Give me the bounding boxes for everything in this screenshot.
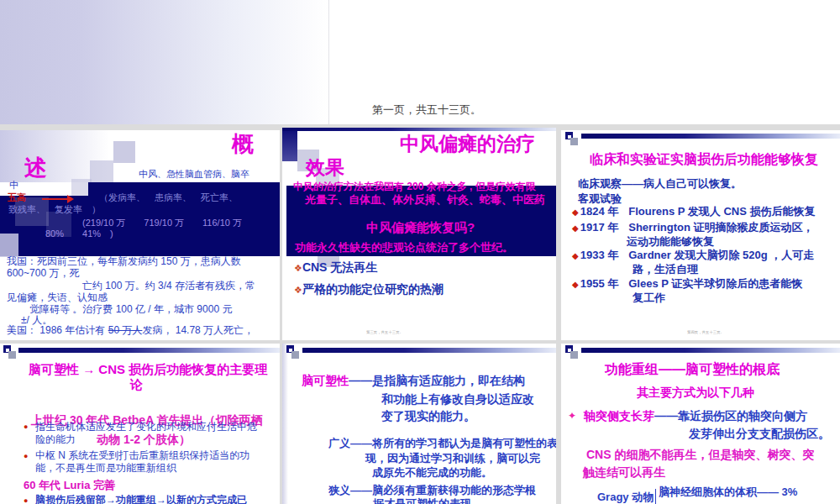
slide2-bullet-2: ❖严格的功能定位研究的热潮 [294, 282, 444, 296]
cluster-square-decoration [570, 351, 578, 359]
top-gradient-bar [282, 128, 556, 131]
slide-thumbnail-4[interactable]: 脑可塑性 → CNS 损伤后功能恢复的主要理 论 上世纪 30 年代 Betbe… [0, 344, 280, 504]
slide2-therapies: 光量子、自体血、体外反搏、针灸、蛇毒、中医药 [305, 194, 545, 207]
left-gradient-strip [282, 344, 288, 504]
slide3-line1: 临床观察——病人自己可以恢复。 [578, 178, 742, 191]
slide4-title-line1: 脑可塑性 → CNS 损伤后功能恢复的主要理 [29, 362, 267, 376]
slide-thumbnail-6[interactable]: 功能重组——脑可塑性的根底 其主要方式为以下几种 ✦ 轴突侧支长芽——靠近损伤区… [561, 344, 840, 504]
dot-bullet-icon: ● [24, 452, 28, 460]
stair-square-decoration [0, 234, 18, 257]
stair-square-decoration [90, 160, 113, 184]
slide6-p2-line2: 触连结可以再生 [583, 465, 665, 479]
top-gradient-bar [581, 134, 840, 139]
item-text: Gardner 发现大脑切除 520g ，人可走 [628, 249, 814, 261]
slide3-item-cont: 路，生活自理 [633, 264, 698, 276]
slide1-body-line: 600~700 万，死 [7, 268, 79, 280]
cluster-square-decoration [8, 351, 16, 359]
slide1-subtitle-wrap: 中 [9, 180, 18, 191]
diamond-bullet-icon: ❖ [294, 263, 302, 273]
slide4-bullet1-line2: 险的能力 [35, 434, 76, 446]
top-gradient-bar [581, 348, 840, 353]
slide3-title: 临床和实验证实脑损伤后功能能够恢复 [590, 152, 818, 167]
slide1-rates-line1: （发病率、 患病率、 死亡率、 [99, 192, 238, 203]
slide2-footer: 第三页，共五十三页。 [366, 330, 403, 335]
slide5-p3-line2: 据才是可塑性的表现 [373, 498, 471, 504]
b1-rest: ——靠近损伤区的轴突向侧方 [654, 409, 807, 423]
red-arrow-icon [42, 198, 67, 200]
slide-thumbnail-3[interactable]: 临床和实验证实脑损伤后功能能够恢复 临床观察——病人自己可以恢复。 客观试验 ◆… [561, 130, 840, 340]
p1-rest: ——是指脑有适应能力，即在结构 [349, 374, 525, 387]
page-caption: 第一页，共五十三页。 [372, 102, 481, 118]
slide4-bullet2-line2: 能，不是再生而是功能重新组织 [35, 463, 176, 475]
usa-text-struck: 50 万人 [108, 324, 143, 336]
slide1-body-line: 亡约 100 万。约 3/4 存活者有残疾，常 [82, 281, 255, 292]
diamond-bullet-icon: ◆ [572, 251, 579, 260]
p1-head: 脑可塑性 [302, 374, 349, 387]
item-year: 1917 年 [580, 221, 619, 234]
item-year: 1933 年 [580, 249, 619, 261]
slide1-body-line: 觉障碍等 。治疗费 100 亿 / 年，城市 9000 元 [29, 304, 232, 316]
slide5-p1-line2: 和功能上有修改自身以适应改 [381, 392, 534, 406]
slide1-five-high-label: 五高 [8, 192, 26, 203]
slide1-body-line-usa: 美国： 1986 年估计有 50 万人发病， 14.78 万人死亡， [7, 325, 254, 337]
top-gradient-bar [18, 348, 280, 353]
diamond-bullet-icon: ◆ [572, 223, 579, 233]
slide4-luria: 60 年代 Luria 完善 [24, 480, 115, 492]
slide4-bullet1-line1: 指生命机体适应发生了变化的环境和应付生活中危 [35, 422, 257, 433]
diamond-bullet-icon: ◆ [572, 207, 579, 217]
item-text: Sherrington 证明摘除猴皮质运动区， [628, 221, 813, 234]
slide3-item-row: ◆1917 年Sherrington 证明摘除猴皮质运动区， [572, 222, 814, 234]
slide1-subtitle: 中风、急性脑血管病、脑卒 [139, 169, 249, 180]
stair-square-decoration [113, 141, 135, 163]
slide1-title-char-top: 概 [232, 132, 254, 157]
diamond-bullet-icon: ◆ [572, 280, 579, 289]
slide3-item-cont: 运动功能能够恢复 [627, 236, 714, 249]
slide5-p1-line1: 脑可塑性——是指脑有适应能力，即在结构 [302, 374, 525, 387]
slide5-p1-line3: 变了现实的能力。 [381, 409, 475, 423]
top-gradient-bar [302, 348, 556, 353]
slide1-title-char-bottom: 述 [24, 155, 47, 181]
slide5-p3-line1: 狭义——脑必须有重新获得功能的形态学根 [328, 485, 536, 497]
slide-thumbnail-5[interactable]: 脑可塑性——是指脑有适应能力，即在结构 和功能上有修改自身以适应改 变了现实的能… [282, 344, 556, 504]
dot-bullet-icon: ● [24, 423, 28, 431]
slide1-rates-line2: 致残率、 复发率 ） [8, 204, 101, 215]
slide5-p2-line1: 广义——将所有的学习都认为是脑有可塑性的表 [328, 438, 556, 450]
slide1-body-line: 见偏瘫，失语、认知感 [7, 292, 108, 304]
b1-head: 轴突侧支长芽 [584, 409, 654, 423]
slide6-bullet1-line1: 轴突侧支长芽——靠近损伤区的轴突向侧方 [584, 409, 807, 423]
slide2-question: 中风偏瘫能恢复吗? [366, 220, 475, 234]
slide4-bullet2-line1: 中枢 N 系统在受到打击后重新组织保持适当的功 [35, 450, 249, 462]
slide2-title: 中风偏瘫的治疗 [400, 133, 535, 155]
cluster-square-decoration [291, 351, 299, 359]
slide6-brain-text: 脑神经细胞体的体积—— 3% [659, 486, 797, 499]
slide3-footer: 第四页，共五十三页。 [687, 330, 724, 335]
slide3-line2: 客观试验 [578, 193, 622, 206]
page-top-banner [0, 0, 329, 124]
cluster-square-decoration [570, 138, 578, 145]
brace-line [655, 489, 656, 504]
star-bullet-icon: ✦ [568, 411, 576, 423]
slide1-numbers-line2: 80% 41% ) [45, 228, 113, 239]
slide-thumbnail-1[interactable]: 概 述 中风、急性脑血管病、脑卒 中 五高 （发病率、 患病率、 死亡率、 致残… [0, 130, 280, 340]
usa-text-post: 发病， 14.78 万人死亡， [142, 324, 254, 336]
slide5-p2-line3: 成原先不能完成的功能。 [372, 467, 492, 480]
slide3-item-row: ◆1824 年Flourens P 发现人 CNS 损伤后能恢复 [572, 206, 815, 218]
slide2-intro: 中风的治疗方法在我国有 200 余种之多 , 但是疗效有限 [293, 181, 536, 193]
slide2-pessimism: 功能永久性缺失的悲观论点统治了多个世纪。 [295, 242, 513, 255]
item-year: 1955 年 [580, 277, 619, 290]
corner-square-decoration [282, 131, 297, 161]
slide4-note-line2: 动物 1-2 个肢体） [97, 433, 191, 446]
slide6-p2-line1: CNS 的细胞不能再生，但是轴突、树突、突 [586, 448, 814, 461]
slide5-p2-line2: 现，因为通过学习和训练，脑可以完 [365, 453, 540, 465]
slide6-gragy-text: Gragy 动物 [597, 491, 654, 504]
dot-bullet-icon: ● [24, 496, 28, 504]
slide-thumbnail-2[interactable]: 中风偏瘫的治疗 效果 中风的治疗方法在我国有 200 余种之多 , 但是疗效有限… [282, 128, 556, 340]
slide3-item-cont: 复工作 [633, 292, 665, 305]
slide4-title-line2: 论 [130, 377, 143, 391]
slide1-body-line: 我国：死因前三位，每年新发病约 150 万，患病人数 [7, 256, 241, 268]
slide2-subtitle: 效果 [306, 156, 344, 178]
slide3-item-row: ◆1955 年Glees P 证实半球切除后的患者能恢 [572, 278, 802, 291]
usa-text-pre: 美国： 1986 年估计有 [7, 324, 108, 336]
item-year: 1824 年 [580, 205, 619, 218]
slide2-bullet-1: ❖CNS 无法再生 [294, 260, 377, 274]
